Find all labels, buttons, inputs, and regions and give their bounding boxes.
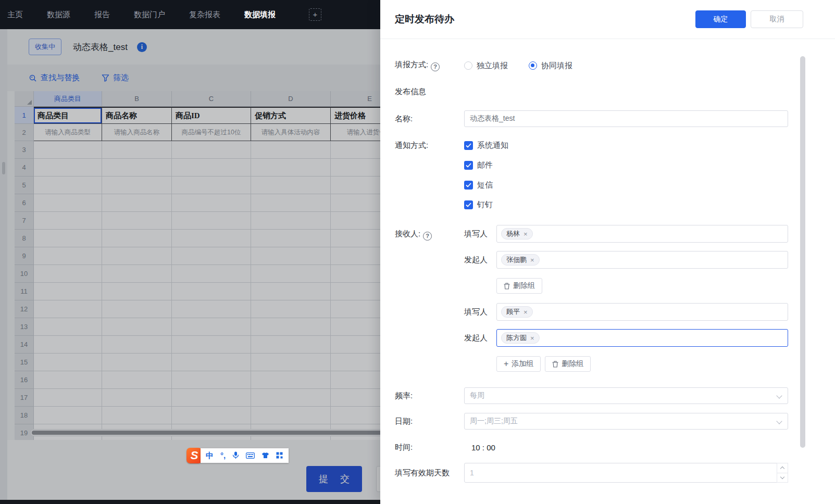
member-tag: 张佃鹏 ×: [501, 254, 540, 266]
cancel-button[interactable]: 取消: [751, 10, 803, 28]
receivers-label-text: 接收人:: [395, 229, 420, 238]
checkbox-label: 邮件: [477, 160, 493, 170]
time-value[interactable]: 10 : 00: [471, 443, 495, 452]
ime-language-icon[interactable]: 中: [206, 451, 214, 459]
group2-filler-input[interactable]: 顾平 ×: [496, 303, 788, 321]
date-select[interactable]: 周一;周三;周五: [464, 413, 788, 430]
member-tag: 陈方圆 ×: [501, 332, 540, 344]
remove-tag-icon[interactable]: ×: [524, 309, 528, 316]
panel-header: 定时发布待办 确定 取消: [380, 0, 835, 39]
date-value: 周一;周三;周五: [470, 417, 518, 426]
panel-vertical-scrollbar[interactable]: [800, 56, 805, 448]
name-input[interactable]: 动态表格_test: [464, 110, 788, 127]
group1-actions: 删除组: [496, 278, 788, 294]
nav-item-5[interactable]: 数据填报: [244, 10, 276, 20]
time-row: 时间: 10 : 00: [395, 443, 835, 452]
radio-circle-icon: [464, 61, 472, 70]
chevron-down-icon: [776, 418, 782, 424]
schedule-publish-panel: 定时发布待办 确定 取消 填报方式:? 独立填报 协同填报 发布信息 名称: 动: [380, 0, 835, 504]
group2-initiator-input-focused[interactable]: 陈方圆 ×: [496, 329, 788, 347]
ime-punctuation-icon[interactable]: °,: [220, 451, 226, 459]
remove-tag-icon[interactable]: ×: [524, 231, 528, 237]
checkbox-checked-icon: [464, 141, 473, 150]
validity-value: 1: [470, 469, 474, 477]
group1-filler-row: 填写人 杨林 ×: [464, 225, 788, 243]
remove-tag-icon[interactable]: ×: [530, 335, 534, 342]
validity-input[interactable]: 1: [464, 463, 788, 483]
filler-label: 填写人: [464, 303, 496, 321]
member-tag-name: 杨林: [506, 229, 520, 238]
receivers-row: 接收人:? 填写人 杨林 × 发起人: [395, 225, 835, 372]
checkbox-checked-icon: [464, 161, 473, 170]
group1-filler-input[interactable]: 杨林 ×: [496, 225, 788, 243]
fill-mode-help-icon[interactable]: ?: [431, 62, 440, 71]
nav-item-4[interactable]: 复杂报表: [189, 10, 220, 20]
nav-item-2[interactable]: 报告: [94, 10, 110, 20]
confirm-button[interactable]: 确定: [695, 10, 746, 28]
name-row: 名称: 动态表格_test: [395, 110, 835, 127]
member-tag-name: 陈方圆: [506, 333, 527, 343]
ime-toolbox-icon[interactable]: [276, 452, 283, 459]
add-group-label: 添加组: [512, 359, 533, 369]
receiver-groups: 填写人 杨林 × 发起人 张佃鹏 ×: [464, 225, 788, 372]
remove-tag-icon[interactable]: ×: [530, 257, 534, 263]
panel-body: 填报方式:? 独立填报 协同填报 发布信息 名称: 动态表格_test 通知方式…: [380, 60, 835, 483]
notify-label: 通知方式:: [395, 140, 464, 219]
checkbox-checked-icon: [464, 181, 473, 190]
checkbox-label: 钉钉: [477, 200, 493, 210]
filler-label: 填写人: [464, 225, 496, 243]
checkbox-notify-1[interactable]: 邮件: [464, 159, 508, 171]
nav-item-0[interactable]: 主页: [7, 10, 23, 20]
member-tag-name: 张佃鹏: [506, 255, 527, 264]
date-label: 日期:: [395, 417, 464, 426]
nav-item-3[interactable]: 数据门户: [134, 10, 165, 20]
ime-keyboard-icon[interactable]: [246, 452, 255, 459]
add-group-button[interactable]: + 添加组: [496, 356, 541, 372]
sheet-editor-pane: 收集中 动态表格_test i 查找与替换 筛选 商品类目BCDE1商品类目商品…: [0, 29, 380, 504]
spinner-down-icon[interactable]: [777, 473, 788, 483]
checkbox-notify-0[interactable]: 系统通知: [464, 140, 508, 151]
radio-collaborative-label: 协同填报: [541, 61, 572, 71]
initiator-label: 发起人: [464, 329, 496, 347]
publish-info-label: 发布信息: [395, 87, 426, 97]
sogou-logo-icon[interactable]: S: [186, 448, 202, 463]
member-tag: 杨林 ×: [501, 228, 533, 240]
ime-microphone-icon[interactable]: [232, 451, 239, 459]
add-module-icon[interactable]: +: [309, 8, 321, 21]
modal-dim-overlay: [0, 29, 380, 504]
member-tag-name: 顾平: [506, 307, 520, 317]
frequency-row: 频率: 每周: [395, 387, 835, 404]
group2-initiator-row: 发起人 陈方圆 ×: [464, 329, 788, 347]
checkbox-checked-icon: [464, 200, 473, 209]
checkbox-notify-3[interactable]: 钉钉: [464, 199, 508, 210]
ime-skin-icon[interactable]: [261, 452, 269, 459]
frequency-value: 每周: [470, 391, 484, 400]
delete-group-button[interactable]: 删除组: [545, 356, 591, 372]
radio-independent-label: 独立填报: [477, 61, 508, 71]
member-tag: 顾平 ×: [501, 306, 533, 318]
ime-toolbar: S 中 °,: [186, 447, 289, 463]
radio-collaborative-fill[interactable]: 协同填报: [529, 61, 572, 71]
initiator-label: 发起人: [464, 251, 496, 269]
checkbox-notify-2[interactable]: 短信: [464, 179, 508, 191]
panel-title: 定时发布待办: [395, 12, 454, 26]
spinner-up-icon[interactable]: [777, 463, 788, 473]
radio-independent-fill[interactable]: 独立填报: [464, 61, 508, 71]
time-label: 时间:: [395, 443, 464, 452]
group2-filler-row: 填写人 顾平 ×: [464, 303, 788, 321]
frequency-select[interactable]: 每周: [464, 387, 788, 404]
receivers-help-icon[interactable]: ?: [423, 232, 432, 241]
fill-mode-row: 填报方式:? 独立填报 协同填报: [395, 60, 835, 71]
chevron-down-icon: [776, 393, 782, 398]
trash-icon: [504, 283, 510, 289]
radio-circle-icon: [529, 61, 537, 70]
nav-item-1[interactable]: 数据源: [47, 10, 70, 20]
frequency-label: 频率:: [395, 391, 464, 401]
fill-mode-label-text: 填报方式:: [395, 60, 428, 69]
delete-group-button[interactable]: 删除组: [496, 278, 542, 294]
checkbox-label: 系统通知: [477, 141, 508, 150]
delete-group-label: 删除组: [562, 359, 583, 369]
trash-icon: [552, 361, 558, 368]
notify-row: 通知方式: 系统通知邮件短信钉钉: [395, 140, 835, 219]
group1-initiator-input[interactable]: 张佃鹏 ×: [496, 251, 788, 269]
